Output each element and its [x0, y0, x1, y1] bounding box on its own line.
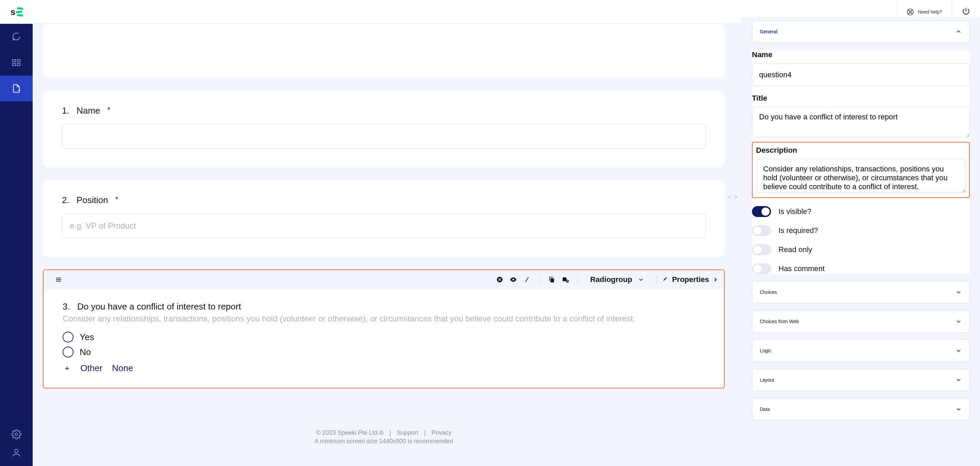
is-visible-label: Is visible? — [778, 207, 811, 216]
svg-rect-13 — [550, 278, 554, 282]
section-layout[interactable]: Layout — [752, 369, 970, 391]
need-help-button[interactable]: Need help? — [906, 8, 942, 16]
panel-resize-handle[interactable]: < > — [728, 193, 738, 201]
logout-button[interactable] — [962, 7, 970, 17]
svg-rect-2 — [18, 60, 21, 62]
sidebar-item-forms[interactable] — [0, 76, 33, 101]
section-general[interactable]: General — [752, 21, 970, 43]
properties-button[interactable]: Properties — [662, 275, 719, 284]
footer: © 2023 Speeki Pte Ltd.® | Support | Priv… — [43, 429, 725, 449]
footer-screen-note: A minimum screen size 1440x900 is recomm… — [43, 438, 725, 445]
chevron-right-icon — [713, 277, 719, 283]
svg-rect-3 — [18, 63, 21, 66]
question-2-card[interactable]: 2. Position * — [43, 180, 725, 257]
sidebar-item-account[interactable] — [0, 448, 33, 458]
question-1-label: 1. Name * — [62, 105, 706, 116]
chevron-down-icon — [955, 347, 962, 354]
svg-point-5 — [14, 449, 18, 453]
radio-icon — [63, 347, 73, 358]
section-data[interactable]: Data — [752, 398, 970, 420]
footer-privacy-link[interactable]: Privacy — [432, 429, 452, 436]
form-header-card[interactable] — [43, 24, 725, 78]
chevron-up-icon — [955, 28, 962, 35]
properties-panel: General Name Title Description Is visibl… — [742, 17, 980, 466]
is-required-label: Is required? — [778, 226, 818, 235]
chevron-down-icon — [955, 318, 962, 325]
need-help-label: Need help? — [918, 9, 942, 14]
has-comment-toggle[interactable] — [752, 263, 771, 274]
add-other-button[interactable]: Other — [80, 363, 102, 374]
is-required-toggle[interactable] — [752, 225, 771, 236]
add-choice-button[interactable]: + — [63, 363, 71, 374]
sidebar: s — [0, 0, 33, 466]
title-input[interactable] — [752, 107, 970, 138]
question-1-input[interactable] — [62, 124, 706, 149]
add-to-toolbox-icon[interactable] — [558, 273, 572, 286]
radio-label: No — [80, 347, 91, 358]
question-toolbar: Radiogroup Properties — [44, 270, 724, 289]
radio-label: Yes — [80, 332, 94, 342]
power-icon — [962, 7, 970, 16]
read-only-label: Read only — [778, 245, 812, 254]
svg-rect-1 — [13, 63, 16, 66]
chevron-down-icon — [955, 377, 962, 384]
wand-icon — [662, 277, 668, 283]
app-logo[interactable]: s — [0, 0, 33, 24]
radio-icon — [63, 332, 73, 342]
footer-copyright: © 2023 Speeki Pte Ltd.® — [316, 429, 383, 436]
description-input[interactable] — [756, 159, 966, 193]
copy-icon[interactable] — [545, 273, 558, 286]
svg-rect-14 — [562, 277, 566, 281]
drag-handle-icon[interactable] — [52, 273, 65, 286]
question-type-select[interactable]: Radiogroup — [584, 275, 651, 284]
sidebar-item-settings[interactable] — [0, 429, 33, 439]
reset-icon[interactable] — [493, 273, 506, 286]
has-comment-label: Has comment — [778, 264, 825, 273]
help-icon — [906, 8, 914, 16]
sidebar-item-chat[interactable] — [0, 24, 33, 50]
svg-rect-9 — [56, 279, 61, 280]
question-3-card-selected[interactable]: Radiogroup Properties 3. Do you have a c… — [43, 269, 725, 388]
radio-option-no[interactable]: No — [63, 345, 705, 360]
add-none-button[interactable]: None — [112, 363, 133, 374]
question-3-description: Consider any relationships, transactions… — [63, 314, 705, 323]
question-1-card[interactable]: 1. Name * — [43, 90, 725, 168]
svg-point-4 — [15, 433, 18, 436]
svg-point-7 — [909, 11, 911, 13]
footer-support-link[interactable]: Support — [397, 429, 418, 436]
sidebar-item-modules[interactable] — [0, 50, 33, 76]
chevron-down-icon — [955, 289, 962, 296]
name-label: Name — [752, 50, 970, 59]
title-label: Title — [752, 94, 970, 103]
form-canvas: 1. Name * 2. Position * — [33, 24, 735, 466]
svg-rect-8 — [56, 278, 61, 279]
svg-point-12 — [512, 279, 514, 281]
read-only-toggle[interactable] — [752, 244, 771, 255]
section-logic[interactable]: Logic — [752, 339, 970, 362]
visibility-icon[interactable] — [506, 273, 520, 286]
svg-rect-0 — [13, 60, 16, 62]
section-choices-web[interactable]: Choices from Web — [752, 310, 970, 333]
radio-option-yes[interactable]: Yes — [63, 330, 705, 345]
svg-rect-10 — [56, 281, 61, 282]
question-2-input[interactable] — [62, 214, 706, 238]
required-icon[interactable] — [520, 273, 534, 286]
chevron-down-icon — [638, 276, 644, 283]
description-label: Description — [756, 146, 966, 155]
is-visible-toggle[interactable] — [752, 206, 771, 217]
section-choices[interactable]: Choices — [752, 281, 970, 303]
chevron-down-icon — [955, 406, 962, 413]
question-2-label: 2. Position * — [62, 195, 706, 206]
name-input[interactable] — [752, 63, 970, 86]
question-3-title: 3. Do you have a conflict of interest to… — [63, 301, 705, 312]
